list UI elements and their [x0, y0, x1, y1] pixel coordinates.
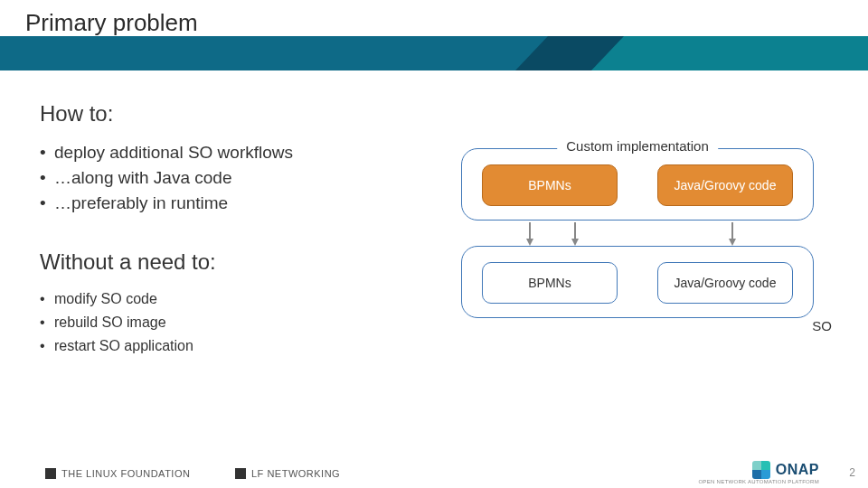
- onap-text: ONAP: [776, 462, 819, 478]
- list-item: …along with Java code: [40, 168, 429, 188]
- page-number: 2: [849, 466, 855, 479]
- linux-foundation-logo: THE LINUX FOUNDATION: [45, 468, 190, 479]
- onap-logo: ONAP: [752, 461, 819, 479]
- lf-networking-logo: LF NETWORKING: [235, 468, 340, 479]
- arrow-down-icon: [571, 239, 579, 246]
- box-java-groovy-so: Java/Groovy code: [657, 262, 793, 304]
- custom-implementation-group: Custom implementation BPMNs Java/Groovy …: [461, 148, 814, 221]
- onap-mark-icon: [752, 461, 770, 479]
- linux-foundation-text: THE LINUX FOUNDATION: [61, 468, 190, 479]
- list-item: …preferably in runtime: [40, 193, 429, 213]
- list-item: restart SO application: [40, 338, 429, 354]
- diagram: Custom implementation BPMNs Java/Groovy …: [461, 148, 841, 356]
- howto-heading: How to:: [40, 101, 429, 127]
- box-bpmns-so: BPMNs: [482, 262, 618, 304]
- slide: Primary problem How to: deploy additiona…: [0, 0, 868, 488]
- list-item: rebuild SO image: [40, 314, 429, 331]
- howto-list: deploy additional SO workflows …along wi…: [40, 143, 429, 213]
- footer: THE LINUX FOUNDATION LF NETWORKING ONAP …: [0, 450, 868, 488]
- logo-mark-icon: [235, 468, 246, 479]
- arrow-down-icon: [729, 239, 736, 246]
- box-bpmns-custom: BPMNs: [482, 164, 618, 206]
- without-list: modify SO code rebuild SO image restart …: [40, 291, 429, 354]
- list-item: deploy additional SO workflows: [40, 143, 429, 163]
- left-column: How to: deploy additional SO workflows ……: [40, 101, 429, 361]
- custom-implementation-label: Custom implementation: [557, 138, 718, 154]
- arrow-down-icon: [526, 239, 533, 246]
- page-title: Primary problem: [25, 9, 198, 37]
- box-java-groovy-custom: Java/Groovy code: [657, 164, 793, 206]
- list-item: modify SO code: [40, 291, 429, 307]
- lf-networking-text: LF NETWORKING: [251, 468, 340, 479]
- logo-mark-icon: [45, 468, 56, 479]
- so-group: BPMNs Java/Groovy code: [461, 246, 814, 318]
- without-heading: Without a need to:: [40, 249, 429, 275]
- onap-subtitle: OPEN NETWORK AUTOMATION PLATFORM: [698, 479, 819, 484]
- so-label: SO: [808, 318, 835, 333]
